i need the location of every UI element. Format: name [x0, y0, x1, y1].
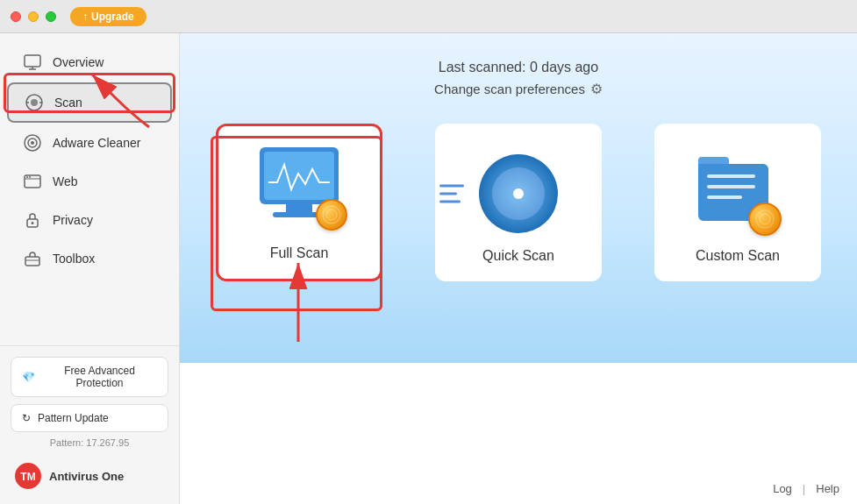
custom-scan-icon: [689, 150, 786, 238]
web-icon: [23, 172, 42, 191]
full-scan-icon: [246, 147, 352, 235]
log-link[interactable]: Log: [773, 482, 792, 495]
change-prefs-label: Change scan preferences: [434, 82, 585, 96]
radar-circle: [479, 154, 558, 233]
sidebar-item-web[interactable]: Web: [7, 163, 172, 200]
pattern-version: Pattern: 17.267.95: [11, 437, 168, 448]
close-button[interactable]: [11, 11, 21, 22]
sidebar: Overview Scan Adware Cleaner Web Privacy: [0, 33, 180, 504]
folder-lines: [707, 174, 755, 199]
custom-scan-card[interactable]: Custom Scan: [654, 124, 821, 281]
titlebar: ↑ Upgrade: [0, 0, 857, 33]
gold-coin-full-scan: [316, 199, 347, 231]
svg-text:TM: TM: [20, 471, 35, 483]
free-protection-button[interactable]: 💎 Free Advanced Protection: [11, 357, 168, 397]
speed-lines: [439, 185, 464, 203]
upgrade-button[interactable]: ↑ Upgrade: [70, 7, 146, 26]
trend-micro-logo: TM: [14, 462, 42, 490]
radar-center: [513, 188, 524, 199]
svg-point-12: [26, 176, 28, 178]
svg-point-13: [29, 176, 31, 178]
brand-name: Antivirus One: [49, 470, 124, 483]
quick-scan-icon: [466, 150, 571, 238]
sidebar-item-adware-label: Adware Cleaner: [53, 136, 140, 150]
minimize-button[interactable]: [28, 11, 39, 22]
full-scan-card[interactable]: Full Scan: [216, 124, 382, 281]
svg-point-21: [326, 209, 337, 220]
custom-gold-coin: [748, 202, 782, 236]
lock-icon: [23, 210, 42, 230]
quick-scan-label: Quick Scan: [482, 248, 554, 264]
sidebar-item-toolbox[interactable]: Toolbox: [7, 240, 172, 277]
sidebar-item-overview-label: Overview: [53, 55, 104, 69]
monitor-screen: [264, 152, 334, 200]
change-prefs-link[interactable]: Change scan preferences ⚙: [434, 81, 603, 97]
svg-point-23: [760, 214, 770, 224]
monitor-shape: [260, 147, 339, 204]
sidebar-item-privacy-label: Privacy: [53, 213, 93, 227]
last-scanned-text: Last scanned: 0 days ago: [434, 60, 603, 75]
gear-icon: ⚙: [590, 81, 603, 97]
scan-header: Last scanned: 0 days ago Change scan pre…: [434, 33, 603, 115]
gem-icon: 💎: [22, 371, 35, 383]
upgrade-label: Upgrade: [91, 11, 134, 23]
sidebar-item-adware[interactable]: Adware Cleaner: [7, 124, 172, 161]
sidebar-item-scan-label: Scan: [54, 96, 82, 110]
pattern-update-label: Pattern Update: [38, 412, 109, 424]
full-scan-label: Full Scan: [270, 245, 329, 261]
scan-circle-icon: [25, 93, 44, 112]
nav-items: Overview Scan Adware Cleaner Web Privacy: [0, 33, 179, 345]
sidebar-item-toolbox-label: Toolbox: [53, 252, 95, 266]
monitor-icon: [23, 53, 42, 72]
footer-divider: |: [803, 482, 805, 495]
sidebar-item-scan[interactable]: Scan: [7, 82, 172, 123]
svg-point-22: [756, 210, 774, 228]
custom-scan-label: Custom Scan: [696, 248, 780, 264]
maximize-button[interactable]: [46, 11, 56, 22]
sidebar-bottom: 💎 Free Advanced Protection ↻ Pattern Upd…: [0, 345, 179, 504]
help-link[interactable]: Help: [816, 482, 839, 495]
sidebar-item-overview[interactable]: Overview: [7, 44, 172, 81]
main-footer: Log | Help: [773, 482, 839, 495]
toolbox-icon: [23, 249, 42, 268]
quick-scan-card[interactable]: Quick Scan: [435, 124, 602, 281]
main-content: Last scanned: 0 days ago Change scan pre…: [180, 33, 857, 504]
target-icon: [23, 133, 42, 153]
svg-point-4: [31, 99, 38, 106]
svg-rect-16: [25, 257, 39, 266]
svg-point-9: [31, 141, 34, 145]
sidebar-item-privacy[interactable]: Privacy: [7, 202, 172, 238]
sidebar-item-web-label: Web: [53, 174, 78, 188]
upgrade-arrow-icon: ↑: [82, 11, 88, 23]
pattern-update-button[interactable]: ↻ Pattern Update: [11, 404, 168, 432]
free-protection-label: Free Advanced Protection: [42, 365, 157, 389]
radar-inner: [492, 167, 545, 220]
svg-point-15: [32, 222, 34, 224]
svg-rect-0: [25, 55, 40, 67]
svg-point-20: [323, 206, 340, 224]
brand-area: TM Antivirus One: [11, 455, 168, 493]
refresh-icon: ↻: [22, 412, 31, 424]
scan-options: Full Scan Quick Scan: [180, 115, 857, 290]
